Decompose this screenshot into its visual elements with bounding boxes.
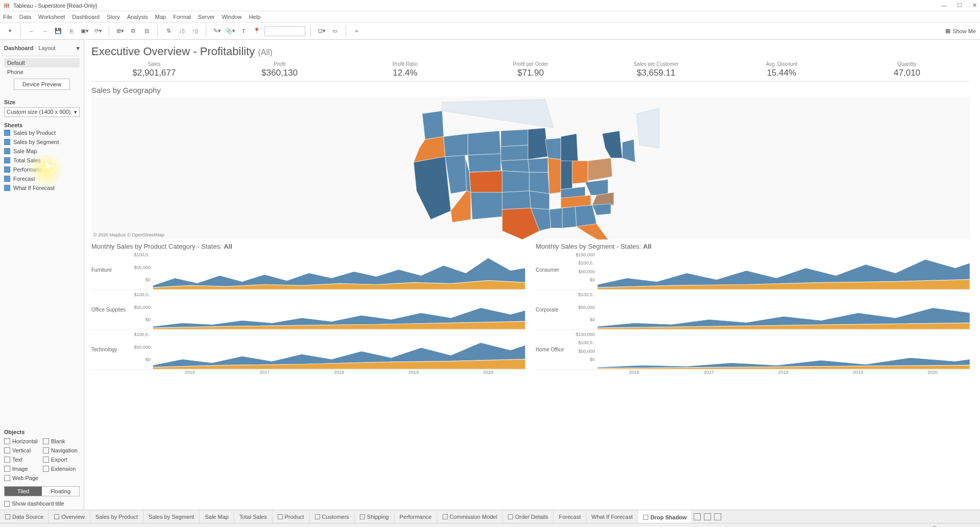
obj-vertical[interactable]: Vertical — [4, 446, 41, 454]
sort-desc-icon[interactable]: ↑▯ — [189, 26, 201, 37]
tab-performance-bottom[interactable]: Performance — [395, 510, 437, 523]
tab-total-sales[interactable]: Total Sales — [234, 510, 273, 523]
obj-extension[interactable]: Extension — [43, 465, 80, 473]
group-icon[interactable]: 📎▾ — [225, 26, 236, 37]
tab-customers[interactable]: Customers — [310, 510, 355, 523]
menu-story[interactable]: Story — [107, 14, 120, 20]
new-data-icon[interactable]: ⎘ — [66, 26, 77, 37]
collapse-icon[interactable]: ▾ — [77, 45, 80, 52]
menu-worksheet[interactable]: Worksheet — [38, 14, 65, 20]
obj-webpage[interactable]: Web Page — [4, 474, 41, 482]
new-worksheet-icon[interactable] — [694, 513, 701, 520]
sort-asc-icon[interactable]: ↓▯ — [176, 26, 187, 37]
chart-consumer[interactable]: Consumer $150,000$100,0..$50,000$0 — [536, 250, 970, 290]
close-icon[interactable]: ✕ — [972, 2, 977, 9]
toggle-floating[interactable]: Floating — [42, 487, 79, 496]
minimize-icon[interactable]: — — [941, 2, 947, 9]
menu-server[interactable]: Server — [198, 14, 214, 20]
svg-rect-2 — [5, 3, 6, 5]
chart-home-office[interactable]: Home Office $150,000$100,0..$50,000$0 — [536, 330, 970, 370]
sheet-total-sales[interactable]: Total Sales — [4, 156, 80, 165]
tab-order-details[interactable]: Order Details — [503, 510, 554, 523]
chart-segment-col: Monthly Sales by Segment - States: All C… — [536, 243, 970, 375]
menu-file[interactable]: File — [3, 14, 12, 20]
sheet-sales-by-product[interactable]: Sales by Product — [4, 128, 80, 137]
obj-export[interactable]: Export — [43, 456, 80, 464]
side-panel: Dashboard Layout ▾ Default Phone Device … — [0, 40, 84, 510]
clear-icon[interactable]: ⊟ — [141, 26, 152, 37]
chart-corporate[interactable]: Corporate $100,0..$50,000$0 — [536, 290, 970, 330]
maximize-icon[interactable]: ☐ — [957, 2, 962, 9]
sheet-icon — [4, 148, 10, 154]
tab-what-if-bottom[interactable]: What If Forecast — [586, 510, 639, 523]
tab-sales-segment[interactable]: Sales by Segment — [143, 510, 200, 523]
menu-map[interactable]: Map — [155, 14, 166, 20]
tab-dashboard[interactable]: Dashboard — [4, 45, 33, 52]
sheet-sale-map[interactable]: Sale Map — [4, 147, 80, 156]
refresh-icon[interactable]: ⟳▾ — [92, 26, 104, 37]
menu-help[interactable]: Help — [249, 14, 261, 20]
sheet-sales-by-segment[interactable]: Sales by Segment — [4, 137, 80, 147]
tab-forecast-bottom[interactable]: Forecast — [554, 510, 586, 523]
highlight-icon[interactable]: ✎▾ — [211, 26, 223, 37]
tab-data-source[interactable]: Data Source — [0, 510, 49, 523]
tab-drop-shadow[interactable]: Drop Shadow — [638, 510, 692, 523]
tableau-icon[interactable]: ✦ — [4, 26, 15, 37]
horizontal-icon — [4, 438, 10, 444]
new-dashboard-icon[interactable] — [704, 513, 711, 520]
device-preview-button[interactable]: Device Preview — [14, 79, 70, 90]
show-me-button[interactable]: ▦Show Me — [945, 28, 976, 34]
tab-commission[interactable]: Commission Model — [437, 510, 503, 523]
swap-icon[interactable]: ⇅ — [163, 26, 174, 37]
menu-analysis[interactable]: Analysis — [127, 14, 148, 20]
tab-overview[interactable]: Overview — [49, 510, 90, 523]
menu-window[interactable]: Window — [222, 14, 242, 20]
new-story-icon[interactable] — [714, 513, 721, 520]
kpi-avg-discount: Avg. Discount15.44% — [719, 61, 844, 78]
menu-dashboard[interactable]: Dashboard — [72, 14, 100, 20]
obj-horizontal[interactable]: Horizontal — [4, 437, 41, 445]
tab-sales-product[interactable]: Sales by Product — [90, 510, 143, 523]
tab-shipping[interactable]: Shipping — [355, 510, 395, 523]
obj-text[interactable]: Text — [4, 456, 41, 464]
new-sheet-icon[interactable]: ⊞▾ — [114, 26, 126, 37]
obj-image[interactable]: Image — [4, 465, 41, 473]
chart-office-supplies[interactable]: Office Supplies $100,0..$50,000$0 — [91, 290, 526, 330]
present-icon[interactable]: ▭ — [329, 26, 340, 37]
kpi-sales: Sales$2,901,677 — [91, 61, 217, 78]
device-default[interactable]: Default — [4, 58, 80, 67]
undo-icon[interactable]: ← — [26, 26, 37, 37]
duplicate-icon[interactable]: ⧉ — [128, 26, 139, 37]
map-area[interactable]: © 2020 Mapbox © OpenStreetMap — [91, 97, 970, 239]
vertical-icon — [4, 447, 10, 453]
menu-data[interactable]: Data — [19, 14, 31, 20]
toolbar: ✦ ← → 💾 ⎘ ▣▾ ⟳▾ ⊞▾ ⧉ ⊟ ⇅ ↓▯ ↑▯ ✎▾ 📎▾ T 📍… — [0, 22, 980, 40]
save-icon[interactable]: 💾 — [53, 26, 64, 37]
tab-layout[interactable]: Layout — [38, 45, 55, 52]
share-icon[interactable]: ∝ — [351, 26, 362, 37]
toggle-tiled[interactable]: Tiled — [5, 487, 42, 496]
label-icon[interactable]: T — [238, 26, 249, 37]
obj-navigation[interactable]: Navigation — [43, 446, 80, 454]
sheet-forecast[interactable]: Forecast — [4, 174, 80, 183]
chart-furniture[interactable]: Furniture $100,0..$50,000$0 — [91, 250, 526, 290]
image-icon — [4, 466, 10, 472]
sheet-what-if[interactable]: What If Forecast — [4, 183, 80, 193]
device-phone[interactable]: Phone — [4, 67, 80, 77]
kpi-row: Sales$2,901,677 Profit$360,130 Profit Ra… — [91, 61, 970, 82]
tab-product[interactable]: Product — [273, 510, 310, 523]
redo-icon[interactable]: → — [39, 26, 51, 37]
obj-blank[interactable]: Blank — [43, 437, 80, 445]
guide-icon[interactable]: 📍 — [251, 26, 262, 37]
cursor-icon — [46, 162, 52, 171]
show-title-checkbox[interactable]: Show dashboard title — [4, 500, 80, 507]
menu-format[interactable]: Format — [173, 14, 191, 20]
tab-sale-map[interactable]: Sale Map — [200, 510, 234, 523]
sheet-performance[interactable]: Performance — [4, 165, 80, 174]
kpi-profit: Profit$360,130 — [217, 61, 342, 78]
story-size-select[interactable] — [264, 26, 305, 36]
fit-icon[interactable]: ⊡▾ — [316, 26, 327, 37]
size-select[interactable]: Custom size (1400 x 900)▾ — [4, 107, 80, 117]
chart-technology[interactable]: Technology $100,0..$50,000$0 — [91, 330, 526, 370]
pause-icon[interactable]: ▣▾ — [79, 26, 90, 37]
